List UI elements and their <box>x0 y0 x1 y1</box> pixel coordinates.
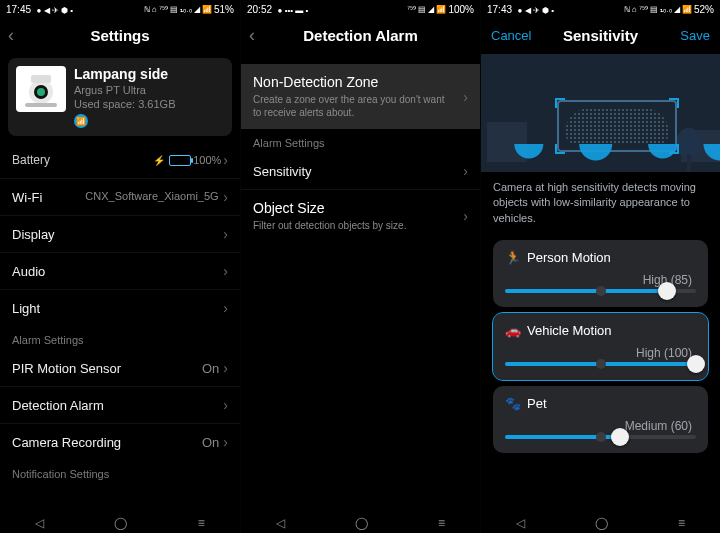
status-right: ⁷⁵⁹ ▤ ◢ 📶100% <box>407 4 474 15</box>
bolt-icon: ⚡ <box>153 155 165 166</box>
light-row[interactable]: Light› <box>0 290 240 326</box>
device-storage: Used space: 3.61GB <box>74 98 176 110</box>
status-right: ℕ ⌂ ⁷⁵⁹ ▤ ₁₀.₀ ◢ 📶51% <box>144 4 234 15</box>
nav-home[interactable]: ◯ <box>114 516 127 530</box>
save-button[interactable]: Save <box>680 28 710 43</box>
chevron-right-icon: › <box>223 226 228 242</box>
chevron-right-icon: › <box>463 89 468 105</box>
slider-track[interactable] <box>505 362 696 366</box>
page-title: Detection Alarm <box>303 27 417 44</box>
page-title: Sensitivity <box>563 27 638 44</box>
screen-settings: 17:45 ● ◀ ✈ ⬢ • ℕ ⌂ ⁷⁵⁹ ▤ ₁₀.₀ ◢ 📶51% ‹ … <box>0 0 240 533</box>
status-left: 17:43 ● ◀ ✈ ⬢ • <box>487 4 554 15</box>
wifi-label: Wi-Fi <box>12 190 42 205</box>
android-nav: ◁ ◯ ≡ <box>481 513 720 533</box>
slider-person-motion[interactable]: 🏃 Person Motion High (85) <box>493 240 708 307</box>
page-title: Settings <box>90 27 149 44</box>
slider-icon: 🚗 <box>505 323 521 338</box>
device-name: Lampang side <box>74 66 176 82</box>
slider-track[interactable] <box>505 289 696 293</box>
screen-sensitivity: 17:43 ● ◀ ✈ ⬢ • ℕ ⌂ ⁷⁵⁹ ▤ ₁₀.₀ ◢ 📶52% Ca… <box>480 0 720 533</box>
wifi-row[interactable]: Wi-Fi CNX_Software_Xiaomi_5G › <box>0 179 240 215</box>
slider-thumb[interactable] <box>611 428 629 446</box>
audio-row[interactable]: Audio› <box>0 253 240 289</box>
sensitivity-desc: Camera at high sensitivity detects movin… <box>481 172 720 234</box>
chevron-right-icon: › <box>463 163 468 179</box>
nav-menu[interactable]: ≡ <box>198 516 205 530</box>
battery-row[interactable]: Battery ⚡ 100% › <box>0 142 240 178</box>
slider-label: Person Motion <box>527 250 611 265</box>
android-nav: ◁ ◯ ≡ <box>241 513 480 533</box>
status-left: 17:45 ● ◀ ✈ ⬢ • <box>6 4 73 15</box>
slider-thumb[interactable] <box>687 355 705 373</box>
chevron-right-icon: › <box>223 300 228 316</box>
object-size-row[interactable]: Object Size Filter out detection objects… <box>241 190 480 243</box>
back-icon[interactable]: ‹ <box>249 25 255 46</box>
section-alarm: Alarm Settings <box>0 326 240 350</box>
pir-row[interactable]: PIR Motion Sensor On› <box>0 350 240 386</box>
chevron-right-icon: › <box>223 152 228 168</box>
non-detection-zone-row[interactable]: Non-Detection Zone Create a zone over th… <box>241 64 480 129</box>
slider-pet[interactable]: 🐾 Pet Medium (60) <box>493 386 708 453</box>
device-model: Argus PT Ultra <box>74 84 176 96</box>
slider-label: Vehicle Motion <box>527 323 612 338</box>
nav-menu[interactable]: ≡ <box>438 516 445 530</box>
status-bar: 17:45 ● ◀ ✈ ⬢ • ℕ ⌂ ⁷⁵⁹ ▤ ₁₀.₀ ◢ 📶51% <box>0 0 240 18</box>
chevron-right-icon: › <box>223 189 228 205</box>
wifi-value: CNX_Software_Xiaomi_5G <box>85 190 215 203</box>
slider-value-text: Medium (60) <box>505 419 692 433</box>
device-card[interactable]: Lampang side Argus PT Ultra Used space: … <box>8 58 232 136</box>
nav-back[interactable]: ◁ <box>35 516 44 530</box>
slider-value-text: High (100) <box>505 346 692 360</box>
chevron-right-icon: › <box>463 208 468 224</box>
slider-track[interactable] <box>505 435 696 439</box>
display-row[interactable]: Display› <box>0 216 240 252</box>
slider-vehicle-motion[interactable]: 🚗 Vehicle Motion High (100) <box>493 313 708 380</box>
wifi-badge-icon <box>74 114 88 128</box>
slider-icon: 🐾 <box>505 396 521 411</box>
svg-rect-4 <box>25 103 57 107</box>
sensitivity-row[interactable]: Sensitivity› <box>241 153 480 189</box>
status-right: ℕ ⌂ ⁷⁵⁹ ▤ ₁₀.₀ ◢ 📶52% <box>624 4 714 15</box>
svg-point-2 <box>37 88 45 96</box>
cancel-button[interactable]: Cancel <box>491 28 531 43</box>
back-icon[interactable]: ‹ <box>8 25 14 46</box>
battery-icon <box>169 155 191 166</box>
device-info: Lampang side Argus PT Ultra Used space: … <box>74 66 176 128</box>
battery-label: Battery <box>12 153 50 167</box>
nav-menu[interactable]: ≡ <box>678 516 685 530</box>
illustration <box>481 54 720 172</box>
slider-thumb[interactable] <box>658 282 676 300</box>
status-bar: 17:43 ● ◀ ✈ ⬢ • ℕ ⌂ ⁷⁵⁹ ▤ ₁₀.₀ ◢ 📶52% <box>481 0 720 18</box>
camera-recording-row[interactable]: Camera Recording On› <box>0 424 240 460</box>
slider-icon: 🏃 <box>505 250 521 265</box>
status-left: 20:52 ● ••• ▬ • <box>247 4 308 15</box>
app-bar: ‹ Settings <box>0 18 240 52</box>
screen-detection-alarm: 20:52 ● ••• ▬ • ⁷⁵⁹ ▤ ◢ 📶100% ‹ Detectio… <box>240 0 480 533</box>
chevron-right-icon: › <box>223 397 228 413</box>
section-alarm: Alarm Settings <box>241 129 480 153</box>
nav-home[interactable]: ◯ <box>355 516 368 530</box>
detection-alarm-row[interactable]: Detection Alarm› <box>0 387 240 423</box>
status-bar: 20:52 ● ••• ▬ • ⁷⁵⁹ ▤ ◢ 📶100% <box>241 0 480 18</box>
chevron-right-icon: › <box>223 263 228 279</box>
battery-value: ⚡ 100% › <box>153 152 228 168</box>
android-nav: ◁ ◯ ≡ <box>0 513 240 533</box>
app-bar: Cancel Sensitivity Save <box>481 18 720 52</box>
section-notif: Notification Settings <box>0 460 240 484</box>
chevron-right-icon: › <box>223 434 228 450</box>
slider-label: Pet <box>527 396 547 411</box>
nav-home[interactable]: ◯ <box>595 516 608 530</box>
device-thumb <box>16 66 66 112</box>
app-bar: ‹ Detection Alarm <box>241 18 480 52</box>
nav-back[interactable]: ◁ <box>276 516 285 530</box>
chevron-right-icon: › <box>223 360 228 376</box>
svg-rect-3 <box>31 75 51 83</box>
nav-back[interactable]: ◁ <box>516 516 525 530</box>
